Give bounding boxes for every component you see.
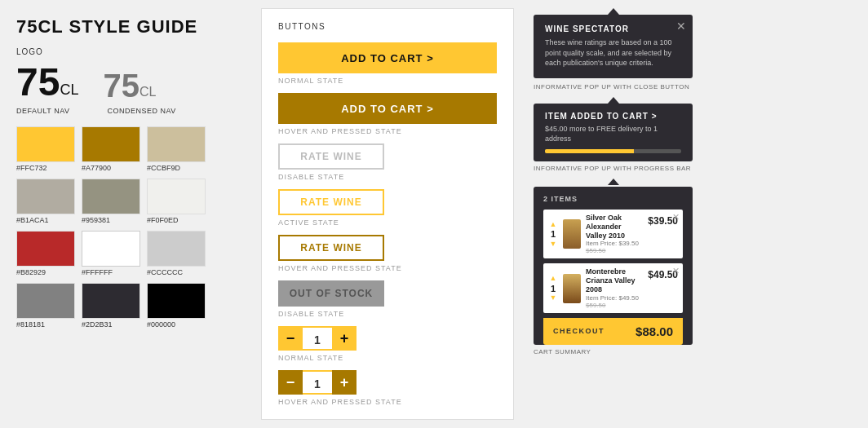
cart-item-1-qty: 1 (549, 229, 557, 239)
cart-summary-label: CART SUMMARY (534, 348, 857, 355)
hover-state-label2: HOVER AND PRESSED STATE (278, 264, 497, 272)
stepper-value-hover: 1 (303, 370, 332, 395)
stepper-normal: − 1 + (278, 326, 497, 351)
color-swatch: #000000 (147, 283, 206, 329)
color-swatch: #F0F0ED (147, 179, 206, 224)
condensed-nav-label: CONDENSED NAV (108, 107, 176, 115)
cart-item-2: ▲ 1 ▼ Monterebre Crianza Valley 2008 Ite… (543, 263, 683, 312)
cart-item-1: ▲ 1 ▼ Silver Oak Alexander Valley 2010 I… (543, 210, 683, 258)
logo-condensed-main: 75 (103, 69, 140, 102)
color-swatch: #CCCCCC (147, 231, 206, 276)
color-swatch: #CCBF9D (147, 126, 206, 172)
swatch-label: #2D2B31 (82, 320, 113, 329)
stepper-minus-hover[interactable]: − (278, 370, 303, 395)
progress-bar-bg (545, 149, 681, 153)
color-grid: #FFC732#A77900#CCBF9D#B1ACA1#959381#F0F0… (16, 126, 237, 329)
cart-item-2-image (563, 274, 581, 303)
cart-item-1-up[interactable]: ▲ (548, 220, 558, 228)
popup-info-title: WINE SPECTATOR (545, 24, 681, 33)
cart-item-1-down[interactable]: ▼ (548, 240, 558, 248)
cart-count: 2 ITEMS (543, 195, 683, 203)
cart-item-1-details: Silver Oak Alexander Valley 2010 Item Pr… (586, 214, 643, 254)
color-swatch: #FFC732 (16, 126, 75, 172)
stepper-plus-normal[interactable]: + (332, 326, 356, 351)
checkout-button[interactable]: Checkout $88.00 (543, 318, 683, 345)
progress-bar-fill (545, 149, 634, 153)
logo-section-label: LOGO (16, 47, 237, 56)
swatch-label: #CCBF9D (147, 164, 180, 172)
popup-info: WINE SPECTATOR These wine ratings are ba… (534, 15, 693, 78)
swatch-label: #959381 (82, 216, 110, 224)
cart-item-2-qty: 1 (549, 284, 557, 293)
checkout-label: Checkout (553, 327, 604, 335)
cart-summary-wrapper: 2 ITEMS ▲ 1 ▼ Silver Oak Alexander Valle… (534, 179, 857, 345)
stepper-minus-normal[interactable]: − (278, 326, 303, 351)
logo-condensed-sub: CL (140, 85, 156, 99)
color-swatch: #818181 (16, 283, 75, 329)
rate-wine-hover-button[interactable]: RATE WINE (278, 235, 384, 261)
popup-cart-body: $45.00 more to FREE delivery to 1 addres… (545, 124, 681, 144)
cart-item-1-name: Silver Oak Alexander Valley 2010 (586, 214, 643, 240)
stepper-plus-hover[interactable]: + (332, 370, 356, 395)
cart-item-1-controls: ▲ 1 ▼ (548, 220, 558, 248)
middle-panel: BUTTONS ADD TO CART > NORMAL STATE ADD T… (261, 8, 514, 420)
checkout-total: $88.00 (636, 324, 673, 338)
cart-item-2-up[interactable]: ▲ (548, 275, 558, 283)
swatch-label: #A77900 (82, 164, 111, 172)
cart-summary: 2 ITEMS ▲ 1 ▼ Silver Oak Alexander Valle… (534, 187, 693, 345)
swatch-label: #CCCCCC (147, 268, 183, 276)
cart-item-1-price-detail: Item Price: $39.50 $59.50 (586, 240, 643, 254)
default-nav-label: DEFAULT NAV (16, 107, 70, 115)
cart-item-1-remove[interactable]: ✕ (672, 213, 680, 222)
rate-wine-disabled-button: RATE WINE (278, 143, 384, 170)
popup-info-label: INFORMATIVE POP UP WITH CLOSE BUTTON (534, 83, 857, 90)
swatch-label: #818181 (16, 320, 45, 329)
cart-item-1-image (563, 219, 581, 249)
color-swatch: #B1ACA1 (16, 179, 75, 224)
stepper-value-normal: 1 (303, 326, 332, 351)
buttons-section-title: BUTTONS (278, 22, 497, 31)
hover-state-label: HOVER AND PRESSED STATE (278, 127, 497, 135)
color-swatch: #FFFFFF (82, 231, 140, 276)
active-state-label: ACTIVE STATE (278, 218, 497, 227)
stepper-normal-label: NORMAL STATE (278, 354, 497, 362)
popup-info-wrapper: WINE SPECTATOR These wine ratings are ba… (534, 8, 857, 83)
cart-item-2-name: Monterebre Crianza Valley 2008 (586, 267, 643, 293)
swatch-label: #F0F0ED (147, 216, 179, 224)
color-swatch: #B82929 (16, 231, 75, 276)
popup-info-body: These wine ratings are based on a 100 po… (545, 38, 681, 68)
logo-condensed: 75 CL (103, 69, 156, 102)
cart-item-2-controls: ▲ 1 ▼ (548, 275, 558, 302)
cart-item-2-details: Monterebre Crianza Valley 2008 Item Pric… (586, 267, 643, 308)
logo-default-main: 75 (16, 63, 60, 102)
add-to-cart-hover-button[interactable]: ADD TO CART > (278, 93, 497, 124)
right-panel: WINE SPECTATOR These wine ratings are ba… (522, 0, 868, 428)
cart-item-2-price-detail: Item Price: $49.50 $59.50 (586, 294, 643, 309)
disable-state-label: DISABLE STATE (278, 173, 497, 181)
logo-default: 75 CL (16, 63, 78, 102)
left-panel: 75CL STYLE GUIDE LOGO 75 CL 75 CL DEFAUL… (0, 0, 253, 428)
out-of-stock-button: OUT OF STOCK (278, 280, 384, 307)
popup-cart-title: ITEM ADDED TO CART > (545, 112, 681, 121)
color-swatch: #959381 (82, 179, 140, 224)
disable-state-label2: DISABLE STATE (278, 310, 497, 318)
color-swatch: #2D2B31 (82, 283, 140, 329)
stepper-hover-label: HOVER AND PRESSED STATE (278, 398, 497, 406)
popup-cart-label: INFORMATIVE POP UP WITH PROGRESS BAR (534, 165, 857, 172)
swatch-label: #B82929 (16, 268, 46, 276)
popup-close-icon[interactable]: ✕ (676, 20, 686, 33)
normal-state-label: NORMAL STATE (278, 77, 497, 85)
rate-wine-active-button[interactable]: RATE WINE (278, 189, 384, 215)
page-title: 75CL STYLE GUIDE (16, 16, 237, 38)
swatch-label: #000000 (147, 320, 175, 329)
swatch-label: #B1ACA1 (16, 216, 49, 224)
stepper-hover: − 1 + (278, 370, 497, 395)
popup-cart: ITEM ADDED TO CART > $45.00 more to FREE… (534, 104, 693, 161)
color-swatch: #A77900 (82, 126, 140, 172)
popup-cart-wrapper: ITEM ADDED TO CART > $45.00 more to FREE… (534, 97, 857, 165)
swatch-label: #FFFFFF (82, 268, 113, 276)
cart-item-2-down[interactable]: ▼ (548, 294, 558, 302)
add-to-cart-normal-button[interactable]: ADD TO CART > (278, 42, 497, 73)
cart-item-2-remove[interactable]: ✕ (672, 267, 680, 276)
logo-default-sub: CL (60, 82, 78, 99)
